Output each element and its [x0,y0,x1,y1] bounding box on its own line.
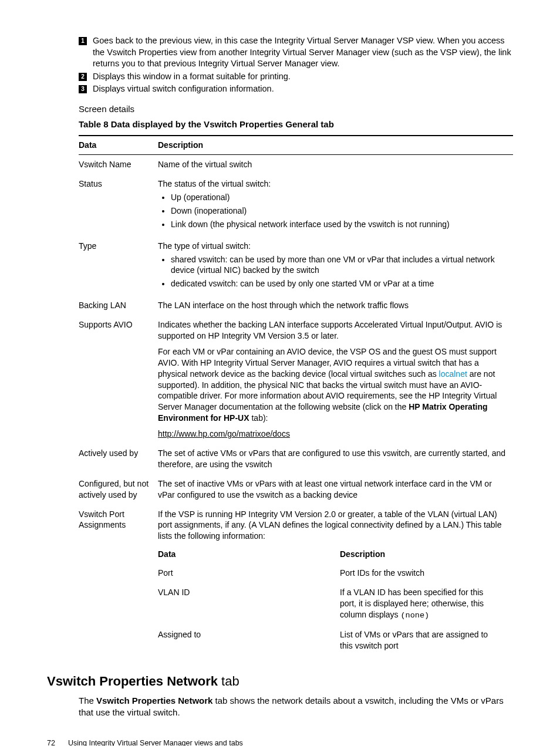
cell-data: Vswitch Name [79,155,158,174]
cell-desc: The set of inactive VMs or vPars with at… [158,474,513,505]
cell-desc: Indicates whether the backing LAN interf… [158,315,513,444]
type-intro: The type of virtual switch: [158,241,507,252]
callout-item: 2 Displays this window in a format suita… [79,71,513,83]
inner-th-desc: Description [340,545,507,563]
cell-desc: The status of the virtual switch: Up (op… [158,174,513,237]
cell-desc: The set of active VMs or vPars that are … [158,444,513,474]
cell-desc: If the VSP is running HP Integrity VM Ve… [158,505,513,660]
callout-item: 3 Displays virtual switch configuration … [79,83,513,95]
type-list: shared vswitch: can be used by more than… [158,254,507,290]
list-item: dedicated vswitch: can be used by only o… [171,278,507,289]
callout-badge-2: 2 [79,73,87,81]
cell-data: Vswitch Port Assignments [79,505,158,660]
avio-url: http://www.hp.com/go/matrixoe/docs [158,428,507,440]
callout-badge-3: 3 [79,85,87,93]
heading-bold: Vswitch Properties Network [47,674,218,688]
bold-text: Vswitch Properties Network [96,696,212,706]
inner-table: Data Description Port Port IDs for the v… [158,545,507,656]
screen-details-heading: Screen details [79,103,513,115]
callout-item: 1 Goes back to the previous view, in thi… [79,35,513,70]
cell-desc: The type of virtual switch: shared vswit… [158,237,513,296]
cell-desc: The LAN interface on the host through wh… [158,296,513,315]
list-item: Up (operational) [171,192,507,203]
text: tab): [249,413,268,423]
inner-th-data: Data [158,545,340,563]
table-row: Type The type of virtual switch: shared … [79,237,513,296]
cell-data: Status [79,174,158,237]
list-item: Link down (the physical network interfac… [171,219,507,230]
table-row: Assigned to List of VMs or vPars that ar… [158,625,507,656]
avio-p2: For each VM or vPar containing an AVIO d… [158,346,507,424]
status-list: Up (operational) Down (inoperational) Li… [158,192,507,230]
properties-table: Data Description Vswitch Name Name of th… [79,135,513,660]
localnet-link[interactable]: localnet [439,369,467,379]
table-row: Vswitch Name Name of the virtual switch [79,155,513,174]
page-footer: 72Using Integrity Virtual Server Manager… [47,738,513,746]
table-row: Actively used by The set of active VMs o… [79,444,513,474]
th-description: Description [158,136,513,154]
callout-text: Displays this window in a format suitabl… [93,71,513,83]
cell-data: Port [158,563,340,583]
section-body: The Vswitch Properties Network tab shows… [79,695,513,719]
table-row: Status The status of the virtual switch:… [79,174,513,237]
callout-list: 1 Goes back to the previous view, in thi… [79,35,513,95]
cell-data: Assigned to [158,625,340,656]
port-intro: If the VSP is running HP Integrity VM Ve… [158,509,507,542]
section-heading: Vswitch Properties Network tab [47,673,513,690]
status-intro: The status of the virtual switch: [158,178,507,190]
callout-badge-1: 1 [79,37,87,45]
table-row: Backing LAN The LAN interface on the hos… [79,296,513,315]
table-row: Vswitch Port Assignments If the VSP is r… [79,505,513,660]
heading-rest: tab [218,674,239,688]
cell-data: VLAN ID [158,583,340,625]
cell-data: Configured, but not actively used by [79,474,158,505]
table-row: VLAN ID If a VLAN ID has been specified … [158,583,507,625]
docs-link[interactable]: http://www.hp.com/go/matrixoe/docs [158,429,290,438]
table-caption: Table 8 Data displayed by the Vswitch Pr… [79,119,513,130]
cell-data: Actively used by [79,444,158,474]
cell-data: Backing LAN [79,296,158,315]
cell-data: Type [79,237,158,296]
cell-desc: Port IDs for the vswitch [340,563,507,583]
table-row: Supports AVIO Indicates whether the back… [79,315,513,444]
cell-data: Supports AVIO [79,315,158,444]
cell-desc: Name of the virtual switch [158,155,513,174]
th-data: Data [79,136,158,154]
callout-text: Goes back to the previous view, in this … [93,35,513,70]
table-row: Port Port IDs for the vswitch [158,563,507,583]
list-item: shared vswitch: can be used by more than… [171,254,507,276]
text: The [79,696,96,706]
page-number: 72 [47,738,68,746]
mono-text: (none) [401,611,430,620]
table-row: Configured, but not actively used by The… [79,474,513,505]
footer-text: Using Integrity Virtual Server Manager v… [68,739,243,746]
cell-desc: If a VLAN ID has been specified for this… [340,583,507,625]
cell-desc: List of VMs or vPars that are assigned t… [340,625,507,656]
callout-text: Displays virtual switch configuration in… [93,83,513,95]
avio-p1: Indicates whether the backing LAN interf… [158,319,507,342]
list-item: Down (inoperational) [171,205,507,217]
